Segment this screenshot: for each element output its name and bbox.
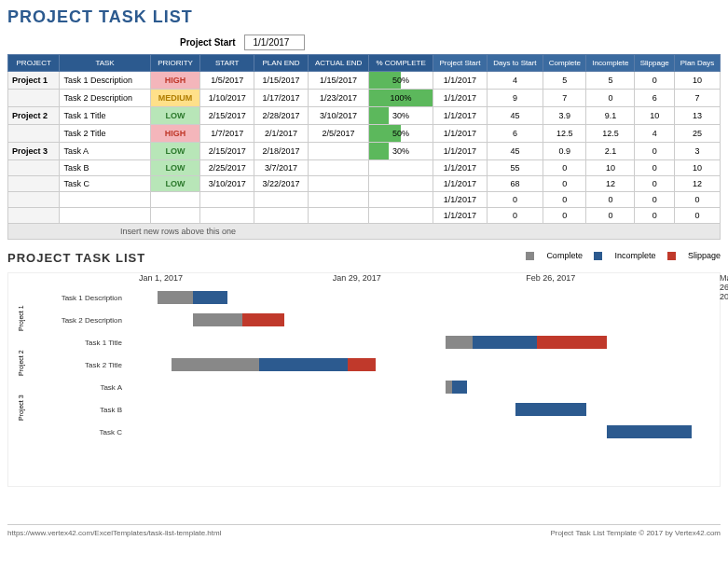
gantt-bar-i [515, 403, 585, 416]
cell-complete: 5 [543, 72, 586, 90]
gantt-bar-track [130, 425, 720, 438]
cell-actual-end: 2/5/2017 [308, 125, 368, 143]
cell-slippage: 6 [635, 90, 675, 107]
legend-incomplete: Incomplete [614, 251, 655, 260]
cell-project [8, 90, 60, 107]
cell-priority: LOW [150, 160, 200, 176]
cell-actual-end [308, 208, 368, 224]
cell-pct [369, 192, 433, 208]
footer: https://www.vertex42.com/ExcelTemplates/… [7, 524, 721, 537]
gantt-bar-s [348, 358, 376, 371]
cell-task [60, 192, 150, 208]
gantt-bar-track [130, 336, 720, 349]
cell-dts: 45 [487, 143, 543, 160]
cell-ps: 1/1/2017 [433, 160, 488, 176]
cell-actual-end: 1/23/2017 [308, 90, 368, 107]
h-pct: % COMPLETE [369, 55, 433, 72]
gantt-bar-i [452, 381, 467, 394]
cell-start [200, 192, 254, 208]
cell-plan-end: 1/15/2017 [254, 72, 309, 90]
h-incomplete: Incomplete [586, 55, 635, 72]
cell-dts: 6 [487, 125, 543, 143]
gantt-bar-c [446, 381, 452, 394]
cell-incomplete: 10 [586, 160, 635, 176]
cell-pct: 30% [369, 107, 433, 125]
cell-priority: LOW [150, 143, 200, 160]
cell-project: Project 2 [8, 107, 60, 125]
legend-slippage: Slippage [688, 251, 721, 260]
h-actual-end: ACTUAL END [308, 55, 368, 72]
cell-priority: HIGH [150, 125, 200, 143]
gantt-bar-i [607, 425, 691, 438]
project-start-row: Project Start 1/1/2017 [180, 35, 721, 50]
h-plan-days: Plan Days [675, 55, 721, 72]
cell-priority: MEDIUM [150, 90, 200, 107]
cell-slippage: 0 [635, 208, 675, 224]
cell-priority [150, 192, 200, 208]
gantt-bar-track [130, 313, 720, 326]
cell-project: Project 1 [8, 72, 60, 90]
gantt-bar-c [158, 291, 193, 304]
cell-pct: 50% [369, 125, 433, 143]
h-task: TASK [60, 55, 150, 72]
cell-pct [369, 208, 433, 224]
cell-complete: 0 [543, 192, 586, 208]
h-start: START [200, 55, 254, 72]
cell-start: 2/15/2017 [200, 143, 254, 160]
gantt-bar-i [473, 336, 537, 349]
cell-slippage: 0 [635, 176, 675, 192]
cell-dts: 0 [487, 192, 543, 208]
cell-plan-days: 25 [675, 125, 721, 143]
cell-start: 3/10/2017 [200, 176, 254, 192]
cell-actual-end [308, 143, 368, 160]
cell-plan-days: 10 [675, 72, 721, 90]
table-row: 1/1/201700000 [8, 192, 721, 208]
table-row: 1/1/201700000 [8, 208, 721, 224]
cell-complete: 0 [543, 176, 586, 192]
cell-project [8, 208, 60, 224]
cell-actual-end [308, 160, 368, 176]
table-row: Project 2Task 1 TitleLOW2/15/20172/28/20… [8, 107, 721, 125]
cell-task: Task 1 Title [60, 107, 150, 125]
cell-slippage: 0 [635, 72, 675, 90]
gantt-body: Project 1Task 1 DescriptionTask 2 Descri… [18, 286, 720, 443]
cell-ps: 1/1/2017 [433, 192, 488, 208]
project-start-value[interactable]: 1/1/2017 [244, 35, 305, 50]
cell-project: Project 3 [8, 143, 60, 160]
cell-slippage: 4 [635, 125, 675, 143]
cell-ps: 1/1/2017 [433, 107, 488, 125]
cell-slippage: 0 [635, 143, 675, 160]
h-complete: Complete [543, 55, 586, 72]
cell-plan-days: 0 [675, 192, 721, 208]
chart-title: PROJECT TASK LIST [7, 251, 145, 265]
cell-complete: 12.5 [543, 125, 586, 143]
gantt-date-label: Jan 1, 2017 [139, 273, 183, 283]
gantt-row: Task 2 Description [18, 309, 720, 331]
cell-incomplete: 0 [586, 90, 635, 107]
legend-incomplete-icon [594, 252, 602, 260]
cell-dts: 4 [487, 72, 543, 90]
insert-row-text: Insert new rows above this one [8, 224, 721, 240]
cell-actual-end: 1/15/2017 [308, 72, 368, 90]
cell-incomplete: 9.1 [586, 107, 635, 125]
footer-copyright: Project Task List Template © 2017 by Ver… [550, 529, 721, 537]
cell-complete: 7 [543, 90, 586, 107]
cell-start: 1/7/2017 [200, 125, 254, 143]
cell-incomplete: 0 [586, 192, 635, 208]
cell-pct [369, 176, 433, 192]
gantt-bar-c [193, 313, 242, 326]
cell-start: 2/25/2017 [200, 160, 254, 176]
gantt-bar-track [130, 291, 720, 304]
task-table: PROJECT TASK PRIORITY START PLAN END ACT… [7, 54, 721, 240]
legend-complete: Complete [546, 251, 583, 260]
gantt-row: Task A [18, 376, 720, 398]
cell-priority: LOW [150, 176, 200, 192]
h-project-start: Project Start [433, 55, 488, 72]
gantt-row: Task 2 Title [18, 353, 720, 376]
cell-priority: LOW [150, 107, 200, 125]
cell-ps: 1/1/2017 [433, 90, 488, 107]
cell-plan-days: 10 [675, 160, 721, 176]
legend-slippage-icon [667, 252, 676, 260]
cell-project [8, 160, 60, 176]
cell-slippage: 0 [635, 192, 675, 208]
